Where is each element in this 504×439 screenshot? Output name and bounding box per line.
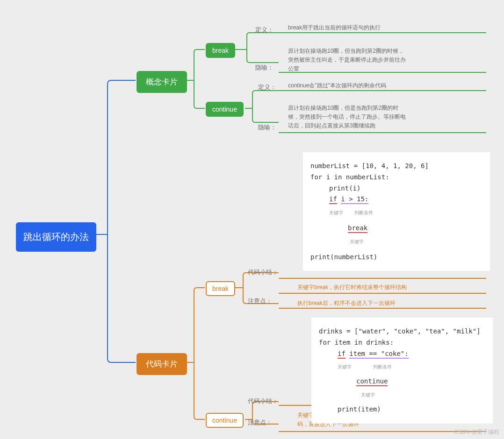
- break-note2: 执行break后，程序不会进入下一次循环: [297, 299, 396, 308]
- break-def-text: break用于跳出当前的循环语句的执行: [288, 23, 381, 32]
- def-label: 定义：: [255, 26, 274, 34]
- concept-card-node[interactable]: 概念卡片: [137, 71, 187, 93]
- continue-meta-text: 原计划在操场跑10圈，但是当跑到第2圈的时候，突然接到一个电话，停止了跑步。等挂…: [288, 104, 410, 131]
- code-line: if item == "coke":: [319, 348, 485, 360]
- concept-continue-node[interactable]: continue: [206, 102, 244, 117]
- code-line: for i in numberList:: [310, 172, 482, 183]
- code-line: break: [310, 223, 482, 234]
- root-node[interactable]: 跳出循环的办法: [16, 222, 96, 252]
- code-summary-label: 代码小结：: [248, 397, 278, 405]
- code-line: continue: [319, 376, 485, 387]
- def-label: 定义：: [258, 83, 276, 92]
- meta-label: 隐喻：: [258, 123, 276, 132]
- continue-code-block: drinks = ["water", "coke", "tea", "milk"…: [311, 318, 493, 424]
- code-break-node[interactable]: break: [206, 281, 235, 296]
- meta-label: 隐喻：: [255, 64, 274, 72]
- break-note1: 关键字break，执行它时将结束整个循环结构: [297, 283, 407, 292]
- code-line: if i > 15:: [310, 194, 482, 205]
- concept-break-node[interactable]: break: [206, 43, 235, 58]
- code-continue-node[interactable]: continue: [206, 413, 244, 428]
- code-line: print(i): [310, 183, 482, 194]
- note-label: 注意点：: [248, 297, 272, 305]
- code-annotation: 关键字: [319, 389, 485, 400]
- break-meta-text: 原计划在操场跑10圈，但当跑到第2圈的时候，突然被班主任叫走，于是果断停止跑步并…: [288, 47, 410, 74]
- break-code-block: numberList = [10, 4, 1, 20, 6] for i in …: [303, 152, 490, 271]
- code-line: print(item): [319, 404, 485, 415]
- code-line: numberList = [10, 4, 1, 20, 6]: [310, 161, 482, 172]
- code-line: for item in drinks:: [319, 337, 485, 348]
- code-card-node[interactable]: 代码卡片: [137, 353, 187, 375]
- code-line: drinks = ["water", "coke", "tea", "milk"…: [319, 326, 485, 337]
- code-line: print(numberList): [310, 252, 482, 263]
- note-label: 注意点：: [248, 418, 272, 427]
- code-annotation: 关键字判断条件: [319, 361, 485, 372]
- code-summary-label: 代码小结：: [248, 268, 278, 276]
- continue-def-text: continue会"跳过"本次循环内的剩余代码: [288, 81, 386, 90]
- code-annotation: 关键字判断条件: [310, 207, 482, 218]
- watermark-text: CSDN @栗子编程: [454, 428, 499, 436]
- code-annotation: 关键字: [310, 236, 482, 247]
